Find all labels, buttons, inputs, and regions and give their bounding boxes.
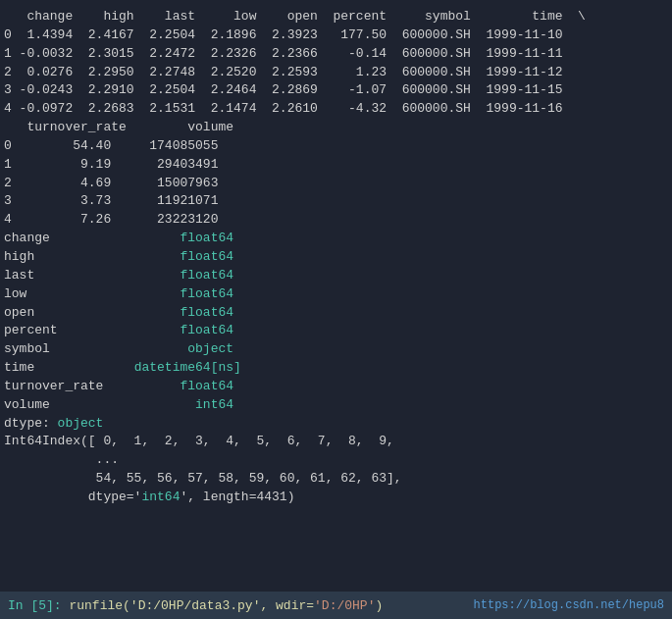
- output-line: turnover_rate float64: [4, 378, 668, 396]
- output-line: 1 -0.0032 2.3015 2.2472 2.2326 2.2366 -0…: [4, 45, 668, 64]
- output-line: symbol object: [4, 340, 668, 359]
- output-line: 4 7.26 23223120: [4, 211, 668, 230]
- footer-prompt: In [5]: runfile('D:/0HP/data3.py', wdir=…: [8, 598, 383, 613]
- output-line: low float64: [4, 285, 668, 304]
- output-line: dtype: object: [4, 415, 668, 434]
- output-line: turnover_rate volume: [4, 119, 668, 137]
- output-line: 0 1.4394 2.4167 2.2504 2.1896 2.3923 177…: [4, 26, 668, 45]
- output-line: last float64: [4, 267, 668, 285]
- output-line: 3 -0.0243 2.2910 2.2504 2.2464 2.2869 -1…: [4, 81, 668, 100]
- output-line: 3 3.73 11921071: [4, 192, 668, 211]
- output-line: 1 9.19 29403491: [4, 156, 668, 175]
- output-lines: change high last low open percent symbol…: [4, 8, 668, 507]
- output-line: percent float64: [4, 322, 668, 340]
- terminal-window: change high last low open percent symbol…: [0, 0, 672, 619]
- footer-bar: In [5]: runfile('D:/0HP/data3.py', wdir=…: [0, 592, 672, 619]
- output-line: dtype='int64', length=4431): [4, 489, 668, 507]
- output-line: 2 4.69 15007963: [4, 175, 668, 193]
- output-line: 4 -0.0972 2.2683 2.1531 2.1474 2.2610 -4…: [4, 100, 668, 119]
- output-line: open float64: [4, 304, 668, 323]
- output-line: change float64: [4, 230, 668, 248]
- output-line: time datetime64[ns]: [4, 359, 668, 378]
- output-line: high float64: [4, 248, 668, 267]
- output-line: volume int64: [4, 396, 668, 415]
- output-line: ...: [4, 451, 668, 470]
- output-line: change high last low open percent symbol…: [4, 8, 668, 26]
- output-line: 54, 55, 56, 57, 58, 59, 60, 61, 62, 63],: [4, 470, 668, 489]
- output-line: 2 0.0276 2.2950 2.2748 2.2520 2.2593 1.2…: [4, 64, 668, 82]
- output-line: 0 54.40 174085055: [4, 137, 668, 156]
- footer-url[interactable]: https://blog.csdn.net/hepu8: [474, 598, 664, 612]
- output-line: Int64Index([ 0, 1, 2, 3, 4, 5, 6, 7, 8, …: [4, 433, 668, 451]
